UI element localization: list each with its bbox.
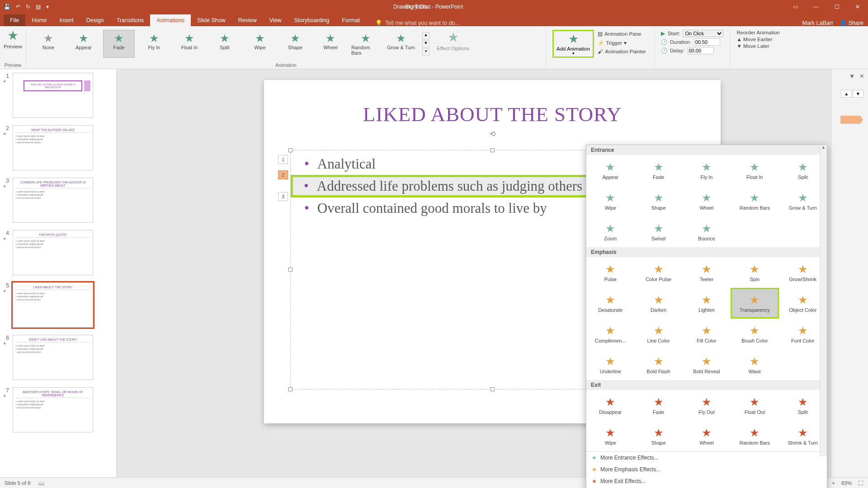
pane-close-icon[interactable]: ✕ (859, 73, 864, 80)
gallery-item-fade[interactable]: ★Fade (634, 155, 682, 186)
gallery-scrollbar[interactable]: ▲ (820, 145, 827, 456)
thumbnail[interactable]: LIKED ABOUT THE STORY• Lorem ipsum dolor… (13, 282, 93, 328)
resize-handle[interactable] (288, 148, 292, 152)
delay-input[interactable] (688, 47, 714, 54)
maximize-icon[interactable]: ☐ (826, 0, 847, 14)
more-entrance-effects[interactable]: ★More Entrance Effects... (586, 452, 827, 464)
anim-growturn[interactable]: ★Grow & Turn (385, 30, 417, 58)
gallery-more-icon[interactable]: ▾ (422, 48, 429, 56)
animation-painter-button[interactable]: 🖌Animation Painter (596, 48, 648, 55)
tab-format[interactable]: Format (335, 14, 366, 26)
anim-wheel[interactable]: ★Wheel (315, 30, 346, 58)
anim-wipe[interactable]: ★Wipe (244, 30, 276, 58)
gallery-item-fill-color[interactable]: ★Fill Color (683, 319, 731, 349)
thumbnail-row[interactable]: 2★ WHAT THE AUTHOR VALUES• Lorem ipsum d… (0, 122, 116, 174)
gallery-item-wipe[interactable]: ★Wipe (586, 186, 634, 216)
undo-icon[interactable]: ↶ (16, 4, 20, 10)
animation-pane-button[interactable]: ▤Animation Pane (596, 30, 648, 38)
preview-button[interactable]: ★ Preview (4, 28, 22, 49)
gallery-item-pulse[interactable]: ★Pulse (586, 257, 634, 288)
gallery-item-transparency[interactable]: ★Transparency (731, 288, 778, 319)
tab-file[interactable]: File (4, 14, 25, 26)
pane-dropdown-icon[interactable]: ▼ (849, 73, 855, 80)
more-emphasis-effects[interactable]: ★More Emphasis Effects... (586, 464, 827, 475)
thumbnail-row[interactable]: 7★ ANOTHER STORY, SONG, OR MOVIE OF REMI… (0, 384, 116, 436)
gallery-up-icon[interactable]: ▲ (422, 32, 429, 39)
gallery-item-lighten[interactable]: ★Lighten (683, 288, 731, 319)
gallery-item-wheel[interactable]: ★Wheel (683, 186, 731, 216)
anim-pane-item-marker[interactable] (840, 116, 863, 124)
zoom-level[interactable]: 83% (841, 480, 852, 486)
tell-me-search[interactable]: 💡 Tell me what you want to do... (375, 19, 460, 26)
anim-appear[interactable]: ★Appear (68, 30, 99, 58)
gallery-item-random-bars[interactable]: ★Random Bars (731, 421, 778, 451)
gallery-item-disappear[interactable]: ★Disappear (586, 390, 634, 421)
thumbnail-row[interactable]: 6★ DIDN'T LIKE ABOUT THE STORY• Lorem ip… (0, 331, 116, 384)
animation-tag[interactable]: 1 (278, 155, 288, 164)
resize-handle[interactable] (491, 387, 495, 391)
resize-handle[interactable] (288, 387, 292, 391)
tab-insert[interactable]: Insert (53, 14, 80, 26)
thumbnail[interactable]: DIDN'T LIKE ABOUT THE STORY• Lorem ipsum… (13, 335, 93, 380)
gallery-item-shape[interactable]: ★Shape (634, 186, 682, 216)
qat-more-icon[interactable]: ▾ (46, 4, 49, 10)
gallery-item-bounce[interactable]: ★Bounce (683, 216, 731, 247)
start-from-beginning-icon[interactable]: ▤ (36, 4, 41, 10)
gallery-item-bold-flash[interactable]: ★Bold Flash (634, 349, 682, 380)
minimize-icon[interactable]: — (806, 0, 826, 14)
anim-shape[interactable]: ★Shape (279, 30, 311, 58)
thumbnail[interactable]: THE LADY IN THE LOOKING GLASS: A REFLECT… (13, 73, 93, 118)
user-name[interactable]: Mark LaBarr (802, 20, 833, 26)
gallery-item-fade[interactable]: ★Fade (634, 390, 682, 421)
gallery-item-brush-color[interactable]: ★Brush Color (731, 319, 778, 349)
save-icon[interactable]: 💾 (4, 4, 10, 10)
gallery-item-float-out[interactable]: ★Float Out (731, 390, 778, 421)
gallery-item-wheel[interactable]: ★Wheel (683, 421, 731, 451)
trigger-button[interactable]: ⚡Trigger ▾ (596, 39, 648, 47)
thumbnail[interactable]: ANOTHER STORY, SONG, OR MOVIE OF REMINIS… (13, 387, 93, 432)
scroll-up-icon[interactable]: ▲ (820, 145, 827, 152)
move-earlier-button[interactable]: ▲ Move Earlier (736, 37, 779, 42)
tab-transitions[interactable]: Transitions (110, 14, 151, 26)
duration-input[interactable] (694, 38, 720, 46)
gallery-item-random-bars[interactable]: ★Random Bars (731, 186, 778, 216)
move-later-button[interactable]: ▼ Move Later (736, 43, 779, 49)
animation-tag[interactable]: 2 (278, 170, 288, 179)
thumbnail-row[interactable]: 4★ FAVORITE QUOTE• Lorem ipsum dolor sit… (0, 226, 116, 279)
tab-animations[interactable]: Animations (150, 14, 191, 26)
thumbnail-row[interactable]: 1★ THE LADY IN THE LOOKING GLASS: A REFL… (0, 69, 116, 122)
gallery-item-underline[interactable]: ★Underline (586, 349, 634, 380)
gallery-item-fly-in[interactable]: ★Fly In (683, 155, 731, 186)
zoom-in-icon[interactable]: + (832, 480, 835, 486)
move-down-icon[interactable]: ▼ (853, 90, 863, 98)
ribbon-display-icon[interactable]: ▭ (785, 0, 806, 14)
share-button[interactable]: 👤 Share (840, 19, 863, 26)
more-exit-effects[interactable]: ★More Exit Effects... (586, 475, 827, 487)
spellcheck-icon[interactable]: 📖 (38, 480, 44, 486)
gallery-item-color-pulse[interactable]: ★Color Pulse (634, 257, 682, 288)
gallery-item-fly-out[interactable]: ★Fly Out (683, 390, 731, 421)
effect-options-button[interactable]: ★ Effect Options (437, 30, 469, 58)
thumbnail[interactable]: COMMON LIFE PROBLEMS THE AUTHOR IS WRITI… (13, 178, 93, 223)
move-up-icon[interactable]: ▲ (841, 90, 852, 98)
gallery-item-float-in[interactable]: ★Float In (731, 155, 778, 186)
tab-view[interactable]: View (263, 14, 288, 26)
gallery-item-shape[interactable]: ★Shape (634, 421, 682, 451)
tab-design[interactable]: Design (80, 14, 110, 26)
anim-flyin[interactable]: ★Fly In (138, 30, 170, 58)
tab-storyboarding[interactable]: Storyboarding (288, 14, 336, 26)
anim-floatin[interactable]: ★Float In (174, 30, 205, 58)
thumbnail-row[interactable]: 5★ LIKED ABOUT THE STORY• Lorem ipsum do… (0, 279, 116, 331)
gallery-item-complemen-[interactable]: ★Complemen... (586, 319, 634, 349)
anim-randombars[interactable]: ★Random Bars (350, 30, 382, 58)
anim-none[interactable]: ★None (33, 30, 64, 58)
anim-split[interactable]: ★Split (209, 30, 241, 58)
gallery-item-desaturate[interactable]: ★Desaturate (586, 288, 634, 319)
tab-home[interactable]: Home (25, 14, 53, 26)
tab-review[interactable]: Review (232, 14, 263, 26)
gallery-item-bold-reveal[interactable]: ★Bold Reveal (683, 349, 731, 380)
thumbnail[interactable]: WHAT THE AUTHOR VALUES• Lorem ipsum dolo… (13, 125, 93, 170)
gallery-item-swivel[interactable]: ★Swivel (634, 216, 682, 247)
gallery-item-spin[interactable]: ★Spin (731, 257, 778, 288)
thumbnail[interactable]: FAVORITE QUOTE• Lorem ipsum dolor sit am… (13, 230, 93, 275)
